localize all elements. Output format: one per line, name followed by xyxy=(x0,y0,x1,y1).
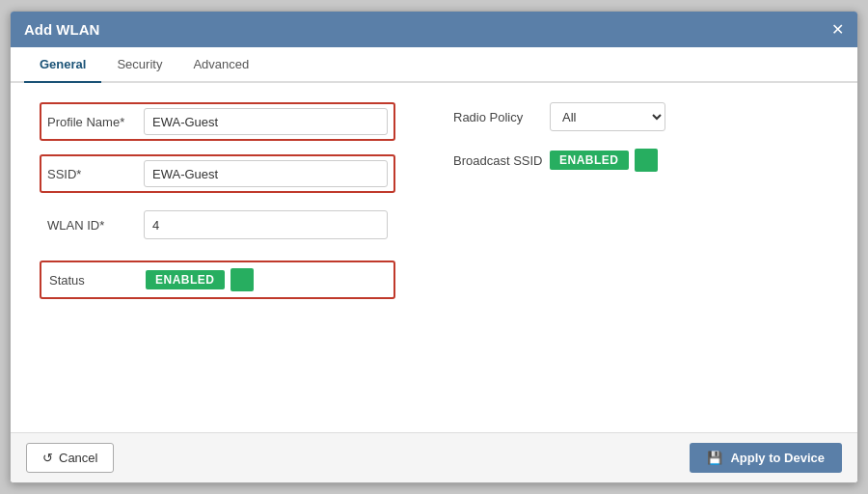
profile-name-row: Profile Name* xyxy=(40,102,395,141)
dialog-title: Add WLAN xyxy=(24,21,99,38)
ssid-row: SSID* xyxy=(40,154,395,193)
radio-policy-row: Radio Policy All xyxy=(453,102,828,131)
tab-advanced[interactable]: Advanced xyxy=(177,47,264,83)
profile-name-label: Profile Name* xyxy=(47,115,144,129)
profile-name-input[interactable] xyxy=(144,108,388,135)
status-badge: ENABLED xyxy=(146,268,254,291)
wlan-id-row: WLAN ID* xyxy=(40,206,395,243)
wlan-id-input[interactable] xyxy=(144,210,388,239)
broadcast-ssid-badge: ENABLED xyxy=(550,149,658,172)
tab-security[interactable]: Security xyxy=(101,47,177,83)
form-grid: Profile Name* SSID* WLAN ID* Status xyxy=(40,102,828,313)
tab-bar: General Security Advanced xyxy=(11,47,857,83)
status-row: Status ENABLED xyxy=(40,261,395,299)
form-left: Profile Name* SSID* WLAN ID* Status xyxy=(40,102,434,313)
status-label: Status xyxy=(49,273,146,288)
status-enabled-text: ENABLED xyxy=(146,270,225,289)
broadcast-ssid-toggle[interactable] xyxy=(635,149,658,172)
radio-policy-select-wrapper: All xyxy=(550,102,665,131)
apply-label: Apply to Device xyxy=(730,451,825,465)
radio-policy-select[interactable]: All xyxy=(550,102,665,131)
ssid-input[interactable] xyxy=(144,160,388,187)
status-toggle[interactable] xyxy=(231,268,254,291)
dialog-footer: ↺ Cancel 💾 Apply to Device xyxy=(11,432,857,482)
cancel-label: Cancel xyxy=(59,451,97,465)
form-right: Radio Policy All Broadcast SSID ENABLED xyxy=(434,102,828,313)
save-icon: 💾 xyxy=(707,451,722,465)
cancel-button[interactable]: ↺ Cancel xyxy=(26,443,114,473)
dialog-body: Profile Name* SSID* WLAN ID* Status xyxy=(11,83,857,432)
add-wlan-dialog: Add WLAN ✕ General Security Advanced Pro… xyxy=(10,11,858,483)
ssid-label: SSID* xyxy=(47,167,144,181)
close-button[interactable]: ✕ xyxy=(831,22,844,38)
radio-policy-label: Radio Policy xyxy=(453,110,550,124)
cancel-icon: ↺ xyxy=(42,451,53,465)
wlan-id-label: WLAN ID* xyxy=(47,218,144,233)
broadcast-ssid-enabled-text: ENABLED xyxy=(550,151,629,170)
tab-general[interactable]: General xyxy=(24,47,101,83)
dialog-header: Add WLAN ✕ xyxy=(11,12,857,47)
broadcast-ssid-row: Broadcast SSID ENABLED xyxy=(453,149,828,172)
broadcast-ssid-label: Broadcast SSID xyxy=(453,153,550,168)
apply-button[interactable]: 💾 Apply to Device xyxy=(690,443,842,473)
